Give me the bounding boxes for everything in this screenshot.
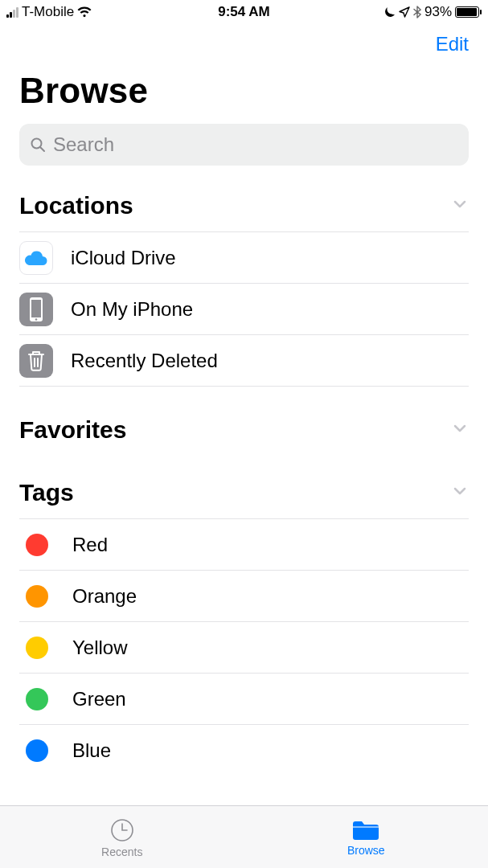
tab-bar: Recents Browse bbox=[0, 805, 488, 868]
status-bar: T-Mobile 9:54 AM 93% bbox=[0, 0, 488, 24]
svg-rect-6 bbox=[353, 826, 379, 828]
search-icon bbox=[29, 136, 47, 154]
tag-label: Red bbox=[72, 534, 108, 556]
tag-blue[interactable]: Blue bbox=[19, 725, 469, 776]
svg-rect-3 bbox=[31, 300, 41, 317]
location-label: Recently Deleted bbox=[71, 350, 218, 372]
icloud-icon bbox=[19, 241, 53, 275]
tag-orange[interactable]: Orange bbox=[19, 571, 469, 622]
tag-dot-icon bbox=[26, 739, 48, 762]
page-title: Browse bbox=[0, 64, 488, 124]
search-placeholder: Search bbox=[53, 133, 114, 156]
tags-section: Tags Red Orange Yellow Green Blue bbox=[0, 467, 488, 776]
nav-bar: Edit bbox=[0, 24, 488, 64]
tag-label: Green bbox=[72, 688, 126, 710]
search-input[interactable]: Search bbox=[19, 124, 469, 166]
bluetooth-icon bbox=[413, 6, 421, 18]
battery-percent: 93% bbox=[424, 4, 452, 20]
tab-label: Recents bbox=[101, 845, 142, 858]
tag-label: Orange bbox=[72, 585, 137, 608]
tab-label: Browse bbox=[347, 844, 385, 857]
locations-list: iCloud Drive On My iPhone Recently Delet… bbox=[19, 231, 469, 387]
carrier-label: T-Mobile bbox=[22, 4, 74, 20]
favorites-header[interactable]: Favorites bbox=[19, 404, 469, 456]
favorites-section: Favorites bbox=[0, 404, 488, 456]
location-label: iCloud Drive bbox=[71, 247, 176, 269]
tag-label: Yellow bbox=[72, 637, 128, 659]
tags-header[interactable]: Tags bbox=[19, 467, 469, 518]
tab-recents[interactable]: Recents bbox=[0, 806, 244, 868]
search-wrap: Search bbox=[0, 124, 488, 180]
folder-icon bbox=[351, 818, 381, 842]
status-right: 93% bbox=[383, 4, 482, 20]
chevron-down-icon bbox=[451, 195, 469, 216]
tag-dot-icon bbox=[26, 688, 48, 710]
status-left: T-Mobile bbox=[6, 4, 92, 20]
clock-icon bbox=[109, 817, 136, 844]
tag-dot-icon bbox=[26, 637, 48, 659]
svg-point-4 bbox=[35, 318, 38, 321]
locations-title: Locations bbox=[19, 192, 133, 219]
location-icloud-drive[interactable]: iCloud Drive bbox=[19, 232, 469, 284]
tag-dot-icon bbox=[26, 534, 48, 556]
chevron-down-icon bbox=[451, 420, 469, 440]
edit-button[interactable]: Edit bbox=[436, 33, 469, 55]
locations-header[interactable]: Locations bbox=[19, 180, 469, 231]
iphone-icon bbox=[19, 293, 53, 326]
chevron-down-icon bbox=[451, 482, 469, 503]
tags-list: Red Orange Yellow Green Blue bbox=[19, 518, 469, 776]
locations-section: Locations iCloud Drive On My iPhone Rece… bbox=[0, 180, 488, 387]
svg-line-1 bbox=[41, 148, 45, 152]
do-not-disturb-icon bbox=[383, 6, 396, 18]
tag-green[interactable]: Green bbox=[19, 674, 469, 725]
signal-bars-icon bbox=[6, 6, 18, 18]
location-recently-deleted[interactable]: Recently Deleted bbox=[19, 335, 469, 387]
location-label: On My iPhone bbox=[71, 298, 193, 321]
battery-icon bbox=[455, 6, 482, 18]
trash-icon bbox=[19, 344, 53, 378]
tag-label: Blue bbox=[72, 739, 111, 762]
tab-browse[interactable]: Browse bbox=[244, 806, 489, 868]
location-on-my-iphone[interactable]: On My iPhone bbox=[19, 284, 469, 335]
tag-yellow[interactable]: Yellow bbox=[19, 622, 469, 674]
tags-title: Tags bbox=[19, 479, 74, 506]
tag-dot-icon bbox=[26, 585, 48, 608]
favorites-title: Favorites bbox=[19, 416, 126, 444]
status-time: 9:54 AM bbox=[218, 4, 270, 20]
svg-point-0 bbox=[32, 139, 42, 149]
location-icon bbox=[399, 6, 410, 18]
wifi-icon bbox=[77, 6, 92, 18]
tag-red[interactable]: Red bbox=[19, 519, 469, 571]
